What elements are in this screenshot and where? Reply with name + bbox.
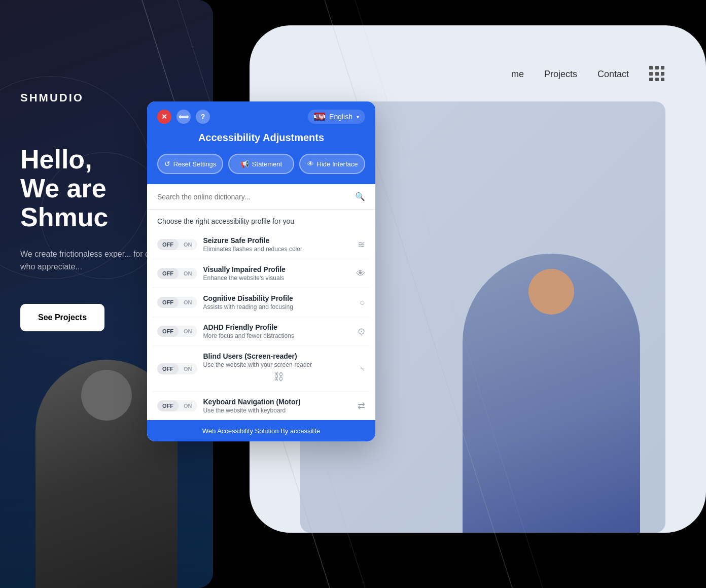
toggle-off-blind[interactable]: OFF xyxy=(157,363,179,374)
profile-name-visually-impaired: Visually Impaired Profile xyxy=(203,265,350,273)
profile-desc-blind: Use the website with your screen-reader xyxy=(203,361,354,368)
profile-item-keyboard: OFF ON Keyboard Navigation (Motor) Use t… xyxy=(152,392,370,420)
nav-item-contact[interactable]: Contact xyxy=(597,69,629,80)
widget-search: 🔍 xyxy=(147,184,375,210)
profile-info-cognitive: Cognitive Disability Profile Assists wit… xyxy=(203,294,354,310)
toggle-off-visually-impaired[interactable]: OFF xyxy=(157,268,179,279)
profile-info-adhd: ADHD Friendly Profile More focus and few… xyxy=(203,323,352,339)
toggle-seizure[interactable]: OFF ON xyxy=(157,239,197,250)
search-icon[interactable]: 🔍 xyxy=(355,192,365,201)
light-nav: me Projects Contact xyxy=(511,66,665,82)
section-title: Choose the right accessibility profile f… xyxy=(147,210,375,230)
hide-icon: 👁 xyxy=(307,160,314,168)
profile-name-seizure: Seizure Safe Profile xyxy=(203,236,352,245)
statement-icon: 📢 xyxy=(240,160,249,168)
profile-list: OFF ON Seizure Safe Profile Eliminates f… xyxy=(147,230,375,420)
toggle-visually-impaired[interactable]: OFF ON xyxy=(157,268,197,279)
toggle-on-keyboard[interactable]: ON xyxy=(179,400,197,411)
profile-info-keyboard: Keyboard Navigation (Motor) Use the webs… xyxy=(203,398,352,414)
toggle-adhd[interactable]: OFF ON xyxy=(157,326,197,337)
profile-info-visually-impaired: Visually Impaired Profile Enhance the we… xyxy=(203,265,350,282)
toggle-off-keyboard[interactable]: OFF xyxy=(157,400,179,411)
widget-title-bar: Accessibility Adjustments xyxy=(147,132,375,154)
profile-item-blind: OFF ON Blind Users (Screen-reader) Use t… xyxy=(152,346,370,392)
profile-item-visually-impaired: OFF ON Visually Impaired Profile Enhance… xyxy=(152,259,370,288)
close-button[interactable]: ✕ xyxy=(157,110,171,124)
profile-desc-seizure: Eliminates flashes and reduces color xyxy=(203,246,352,253)
profile-item-adhd: OFF ON ADHD Friendly Profile More focus … xyxy=(152,317,370,346)
nav-item-projects[interactable]: Projects xyxy=(544,69,577,80)
toggle-on-adhd[interactable]: ON xyxy=(179,326,197,337)
toggle-keyboard[interactable]: OFF ON xyxy=(157,400,197,411)
help-button[interactable]: ? xyxy=(196,110,210,124)
profile-item-cognitive: OFF ON Cognitive Disability Profile Assi… xyxy=(152,288,370,317)
widget-header-icons: ✕ ⟺ ? xyxy=(157,110,210,124)
reset-icon: ↺ xyxy=(164,160,170,168)
accessibility-widget: ✕ ⟺ ? 🇺🇸 English ▾ Accessibility Adjustm… xyxy=(147,101,375,441)
toggle-blind[interactable]: OFF ON xyxy=(157,363,197,374)
language-label: English xyxy=(329,113,352,121)
cognitive-icon: ○ xyxy=(360,297,365,308)
statement-button[interactable]: 📢 Statement xyxy=(228,154,294,174)
toggle-off-cognitive[interactable]: OFF xyxy=(157,297,179,308)
profile-name-blind: Blind Users (Screen-reader) xyxy=(203,352,354,360)
profile-desc-adhd: More focus and fewer distractions xyxy=(203,332,352,339)
toggle-on-cognitive[interactable]: ON xyxy=(179,297,197,308)
nav-grid-icon[interactable] xyxy=(649,66,665,82)
widget-title: Accessibility Adjustments xyxy=(147,132,375,144)
toggle-off-adhd[interactable]: OFF xyxy=(157,326,179,337)
widget-action-bar: ↺ Reset Settings 📢 Statement 👁 Hide Inte… xyxy=(147,154,375,184)
profile-info-blind: Blind Users (Screen-reader) Use the webs… xyxy=(203,352,354,385)
profile-desc-cognitive: Assists with reading and focusing xyxy=(203,303,354,310)
visually-impaired-icon: 👁 xyxy=(356,268,365,279)
search-input[interactable] xyxy=(157,193,350,201)
flag-icon: 🇺🇸 xyxy=(314,113,325,121)
profile-desc-visually-impaired: Enhance the website's visuals xyxy=(203,274,350,282)
widget-footer: Web Accessibility Solution By accessiBe xyxy=(147,420,375,441)
nav-item-home[interactable]: me xyxy=(511,69,524,80)
blind-icon: ⍀ xyxy=(360,363,365,374)
back-button[interactable]: ⟺ xyxy=(176,110,191,124)
profile-name-adhd: ADHD Friendly Profile xyxy=(203,323,352,331)
keyboard-icon: ⇄ xyxy=(358,400,365,411)
adhd-icon: ⊙ xyxy=(358,326,365,337)
profile-info-seizure: Seizure Safe Profile Eliminates flashes … xyxy=(203,236,352,253)
language-selector[interactable]: 🇺🇸 English ▾ xyxy=(308,110,365,124)
toggle-on-seizure[interactable]: ON xyxy=(179,239,197,250)
toggle-cognitive[interactable]: OFF ON xyxy=(157,297,197,308)
profile-name-cognitive: Cognitive Disability Profile xyxy=(203,294,354,302)
profile-name-keyboard: Keyboard Navigation (Motor) xyxy=(203,398,352,406)
profile-item-seizure: OFF ON Seizure Safe Profile Eliminates f… xyxy=(152,230,370,259)
toggle-on-blind[interactable]: ON xyxy=(179,363,197,374)
see-projects-button[interactable]: See Projects xyxy=(20,304,104,331)
widget-footer-text: Web Accessibility Solution By accessiBe xyxy=(202,427,320,435)
reset-settings-button[interactable]: ↺ Reset Settings xyxy=(157,154,223,174)
chevron-down-icon: ▾ xyxy=(357,114,359,120)
widget-header: ✕ ⟺ ? 🇺🇸 English ▾ xyxy=(147,101,375,132)
hide-interface-button[interactable]: 👁 Hide Interface xyxy=(299,154,365,174)
seizure-icon: ≋ xyxy=(358,239,365,250)
toggle-on-visually-impaired[interactable]: ON xyxy=(179,268,197,279)
chain-icon: ⛓ xyxy=(203,368,354,385)
toggle-off-seizure[interactable]: OFF xyxy=(157,239,179,250)
profile-desc-keyboard: Use the website with keyboard xyxy=(203,407,352,414)
